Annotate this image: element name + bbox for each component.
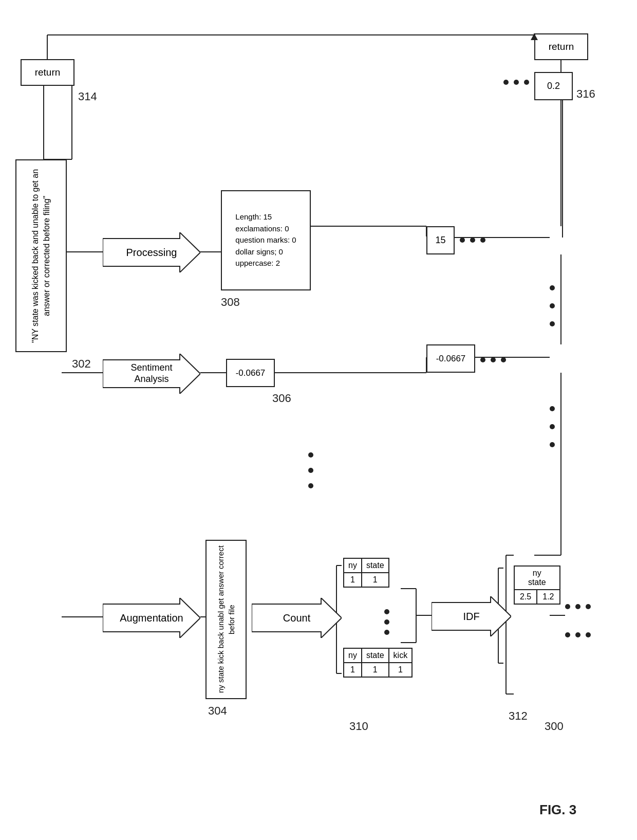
idf-result-table: nystate 2.5 1.2 (514, 565, 560, 605)
processing-arrow: Processing (103, 232, 200, 272)
return-right-box: return (534, 33, 588, 60)
ref-300: 300 (545, 720, 564, 733)
sentiment-arrow-label: SentimentAnalysis (130, 362, 172, 385)
input-text-label: "NY state was kicked back and unable to … (30, 165, 53, 347)
input-text-box: "NY state was kicked back and unable to … (15, 159, 67, 352)
ref-316: 316 (576, 87, 595, 101)
augmentation-arrow: Augmentation (103, 598, 200, 638)
dot-top-3 (503, 80, 509, 85)
count-arrow: Count (252, 598, 342, 638)
sentiment-arrow: SentimentAnalysis (103, 354, 200, 394)
augmented-text-label: ny state kick back unabl get answer corr… (215, 544, 237, 695)
val-15: 15 (435, 235, 445, 246)
dot-right-3 (550, 321, 555, 326)
val-neg: -0.0667 (436, 354, 466, 364)
dot-top-2 (514, 80, 519, 85)
dot-idf-4 (565, 632, 570, 637)
figure-title: FIG. 3 (539, 802, 576, 818)
val-15-box: 15 (426, 226, 455, 254)
idf-arrow: IDF (432, 596, 511, 636)
ref-302: 302 (72, 357, 91, 371)
connection-lines (0, 0, 637, 840)
dot-right-4 (550, 406, 555, 411)
diagram-lines (0, 0, 637, 840)
count-table-right: ny state kick 1 1 1 (343, 648, 413, 678)
processing-box: Length: 15 exclamations: 0 question mark… (221, 190, 311, 290)
dot-neg-3 (501, 357, 506, 362)
dot-top-1 (524, 80, 529, 85)
augmented-text-box: ny state kick back unabl get answer corr… (205, 540, 247, 699)
val-02-box: 0.2 (534, 72, 573, 100)
count-arrow-label: Count (283, 612, 310, 624)
dot-idf-2 (575, 604, 580, 609)
dot-idf-6 (586, 632, 591, 637)
ref-306: 306 (272, 392, 291, 405)
dot-vert-1 (308, 452, 313, 458)
return-left-label: return (35, 67, 61, 78)
count-table-left: ny state 1 1 (343, 558, 389, 588)
idf-arrow-label: IDF (463, 610, 479, 623)
return-left-box: return (21, 59, 74, 86)
dot-15-1 (460, 238, 465, 243)
ref-314: 314 (78, 90, 97, 103)
val-neg-box: -0.0667 (426, 344, 475, 373)
diagram: "NY state was kicked back and unable to … (0, 0, 637, 840)
dot-vert-2 (308, 468, 313, 473)
dot-idf-1 (565, 604, 570, 609)
dot-count-2 (384, 619, 389, 625)
dot-right-5 (550, 424, 555, 429)
processing-box-content: Length: 15 exclamations: 0 question mark… (235, 211, 296, 269)
dot-idf-5 (575, 632, 580, 637)
dot-neg-2 (491, 357, 496, 362)
dot-idf-3 (586, 604, 591, 609)
dot-count-3 (384, 630, 389, 635)
ref-312: 312 (509, 709, 528, 723)
sentiment-value: -0.0667 (236, 368, 266, 378)
val-02: 0.2 (547, 81, 560, 92)
dot-neg-1 (480, 357, 485, 362)
ref-310: 310 (349, 720, 368, 733)
dot-15-2 (470, 238, 475, 243)
dot-right-6 (550, 442, 555, 447)
dot-right-2 (550, 303, 555, 308)
dot-15-3 (480, 238, 485, 243)
return-right-label: return (549, 41, 574, 52)
processing-arrow-label: Processing (126, 246, 177, 259)
ref-304: 304 (208, 704, 227, 718)
dot-vert-3 (308, 483, 313, 488)
augmentation-arrow-label: Augmentation (120, 612, 183, 624)
dot-right-1 (550, 285, 555, 290)
dot-count-1 (384, 609, 389, 614)
sentiment-value-box: -0.0667 (226, 359, 275, 387)
ref-308: 308 (221, 296, 240, 309)
